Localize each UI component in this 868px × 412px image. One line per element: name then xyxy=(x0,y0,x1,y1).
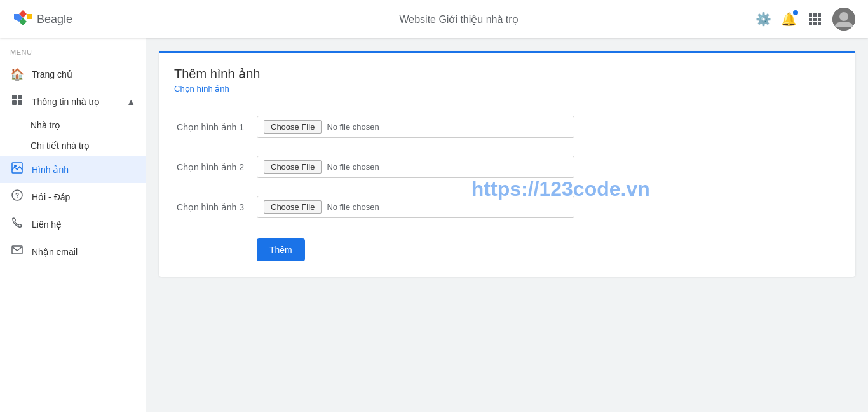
form-submit-row: Thêm xyxy=(174,236,840,261)
svg-rect-14 xyxy=(18,100,22,105)
sidebar: MENU 🏠 Trang chủ Thông tin nhà trọ ▲ Nhà… xyxy=(0,38,146,412)
choose-file-button-2[interactable]: Choose File xyxy=(264,160,322,174)
form-row-3: Chọn hình ảnh 3 Choose File No file chos… xyxy=(174,196,840,218)
file-input-wrapper-3: Choose File No file chosen xyxy=(257,196,574,218)
sidebar-item-lien-he[interactable]: Liên hệ xyxy=(0,210,146,238)
file-input-wrapper-1: Choose File No file chosen xyxy=(257,116,574,138)
form-row-2: Chọn hình ảnh 2 Choose File No file chos… xyxy=(174,156,840,178)
home-icon: 🏠 xyxy=(10,67,24,81)
file-name-3: No file chosen xyxy=(327,202,379,212)
submit-button[interactable]: Thêm xyxy=(257,238,305,261)
form-label-1: Chọn hình ảnh 1 xyxy=(174,122,257,132)
gear-icon[interactable]: ⚙️ xyxy=(756,11,771,27)
grid-icon[interactable] xyxy=(807,11,822,27)
svg-rect-8 xyxy=(818,22,821,25)
sidebar-item-trang-chu[interactable]: 🏠 Trang chủ xyxy=(0,61,146,88)
file-name-2: No file chosen xyxy=(327,162,379,172)
form-label-2: Chọn hình ảnh 2 xyxy=(174,162,257,172)
logo-text: Beagle xyxy=(37,13,72,26)
svg-rect-4 xyxy=(813,18,817,21)
sidebar-item-label: Liên hệ xyxy=(32,219,62,230)
sidebar-item-label: Trang chủ xyxy=(32,69,72,79)
sidebar-item-label: Hình ảnh xyxy=(32,165,69,175)
logo-icon xyxy=(13,9,33,29)
notification-wrapper: 🔔 xyxy=(782,11,797,27)
question-icon: ? xyxy=(10,189,24,204)
sidebar-item-label: Thông tin nhà trọ xyxy=(32,97,100,107)
header-left: Beagle xyxy=(13,9,72,29)
sidebar-item-chi-tiet-nha-tro[interactable]: Chi tiết nhà trọ xyxy=(31,135,146,156)
card-title: Thêm hình ảnh xyxy=(174,66,840,81)
form-label-3: Chọn hình ảnh 3 xyxy=(174,202,257,212)
main-card: Thêm hình ảnh Chọn hình ảnh https://123c… xyxy=(159,51,855,277)
chevron-up-icon: ▲ xyxy=(126,97,135,107)
sidebar-item-label: Hỏi - Đáp xyxy=(32,192,70,202)
card-header: Thêm hình ảnh Chọn hình ảnh xyxy=(159,53,855,100)
notification-dot xyxy=(793,10,798,15)
grid-svg xyxy=(808,13,821,25)
form-row-1: Chọn hình ảnh 1 Choose File No file chos… xyxy=(174,116,840,138)
sidebar-menu-label: MENU xyxy=(0,38,146,61)
svg-rect-11 xyxy=(12,95,17,99)
card-body: https://123code.vn Chọn hình ảnh 1 Choos… xyxy=(159,100,855,277)
main-content: Thêm hình ảnh Chọn hình ảnh https://123c… xyxy=(146,38,868,412)
sidebar-item-label: Chi tiết nhà trọ xyxy=(31,141,90,151)
file-name-1: No file chosen xyxy=(327,122,379,132)
sidebar-item-label: Nhà trọ xyxy=(31,120,60,130)
svg-rect-5 xyxy=(818,18,821,21)
svg-rect-19 xyxy=(12,246,22,254)
header: Beagle Website Giới thiệu nhà trọ ⚙️ 🔔 xyxy=(0,0,868,38)
svg-rect-1 xyxy=(813,13,817,17)
svg-rect-12 xyxy=(18,95,22,99)
image-icon xyxy=(10,162,24,177)
sidebar-submenu: Nhà trọ Chi tiết nhà trọ xyxy=(0,115,146,156)
svg-rect-0 xyxy=(809,13,812,17)
svg-text:?: ? xyxy=(15,192,19,199)
svg-rect-2 xyxy=(818,13,821,17)
sidebar-item-nha-tro[interactable]: Nhà trọ xyxy=(31,115,146,135)
header-right: ⚙️ 🔔 xyxy=(756,8,855,31)
svg-rect-13 xyxy=(12,100,17,105)
sidebar-item-hinh-anh[interactable]: Hình ảnh xyxy=(0,156,146,183)
svg-point-10 xyxy=(839,12,848,21)
card-subtitle: Chọn hình ảnh xyxy=(174,84,840,93)
sidebar-item-label: Nhận email xyxy=(32,247,78,257)
logo: Beagle xyxy=(13,9,72,29)
email-icon xyxy=(10,244,24,259)
grid-sidebar-icon xyxy=(10,94,24,109)
choose-file-button-1[interactable]: Choose File xyxy=(264,120,322,134)
svg-rect-7 xyxy=(813,22,817,25)
avatar-svg xyxy=(832,8,855,31)
file-input-wrapper-2: Choose File No file chosen xyxy=(257,156,574,178)
choose-file-button-3[interactable]: Choose File xyxy=(264,200,322,214)
svg-rect-6 xyxy=(809,22,812,25)
layout: MENU 🏠 Trang chủ Thông tin nhà trọ ▲ Nhà… xyxy=(0,0,868,412)
sidebar-item-hoi-dap[interactable]: ? Hỏi - Đáp xyxy=(0,183,146,210)
phone-icon xyxy=(10,217,24,231)
svg-rect-3 xyxy=(809,18,812,21)
sidebar-item-nhan-email[interactable]: Nhận email xyxy=(0,238,146,265)
header-title: Website Giới thiệu nhà trọ xyxy=(399,13,518,25)
avatar[interactable] xyxy=(832,8,855,31)
sidebar-item-thong-tin-nha-tro[interactable]: Thông tin nhà trọ ▲ xyxy=(0,88,146,115)
